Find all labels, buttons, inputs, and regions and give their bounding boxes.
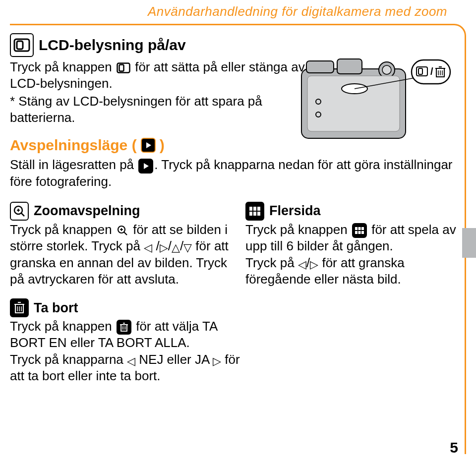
svg-rect-41 <box>355 231 357 234</box>
lcd-heading: LCD-belysning på/av <box>10 33 466 57</box>
lcd-icon <box>10 33 34 57</box>
svg-rect-43 <box>361 231 364 234</box>
lcd-heading-text: LCD-belysning på/av <box>39 37 186 54</box>
multi-pa: Tryck på knappen <box>245 222 351 237</box>
lcd-inline-icon <box>117 62 130 73</box>
delete-paragraph: Tryck på knappen för att välja TA BORT E… <box>10 318 248 351</box>
playback-heading-a: Avspelningsläge ( <box>10 136 137 155</box>
lcd-note: * Stäng av LCD-belysningen för att spara… <box>10 93 307 126</box>
svg-rect-40 <box>361 227 364 230</box>
zoom-heading-text: Zoomavspelning <box>34 203 140 219</box>
svg-rect-39 <box>358 227 360 230</box>
svg-rect-1 <box>306 61 334 73</box>
delete-paragraph-2: Tryck på knapparna ◁ NEJ eller JA ▷ för … <box>10 351 248 385</box>
zoom-paragraph: Tryck på knappen för att se bilden i stö… <box>10 222 231 288</box>
arrow-left-icon: ◁ <box>127 356 135 367</box>
svg-line-29 <box>124 232 127 235</box>
svg-rect-42 <box>358 231 360 234</box>
arrow-up-icon: △ <box>172 242 180 253</box>
trash-inline-icon <box>117 320 131 335</box>
playback-paragraph: Ställ in lägesratten på . Tryck på knapp… <box>10 157 466 190</box>
page-content: / LCD-belysning på/av Tryck på knappen f… <box>10 25 466 384</box>
arrow-right-icon: ▷ <box>160 242 168 253</box>
document-title: Användarhandledning för digitalkamera me… <box>129 4 466 19</box>
svg-rect-35 <box>249 212 252 216</box>
two-column-row: Zoomavspelning Tryck på knappen för att … <box>10 197 466 288</box>
delete-p2b: NEJ eller JA <box>135 352 213 367</box>
delete-p2a: Tryck på knapparna <box>10 352 127 367</box>
svg-rect-38 <box>355 227 357 230</box>
svg-text:/: / <box>430 66 433 77</box>
grid-inline-icon <box>352 223 367 238</box>
multi-p2a: Tryck på <box>245 255 298 270</box>
zoom-column: Zoomavspelning Tryck på knappen för att … <box>10 197 231 288</box>
svg-rect-32 <box>249 207 252 211</box>
arrow-right-icon: ▷ <box>213 356 221 367</box>
lcd-p1a: Tryck på knappen <box>10 59 116 74</box>
svg-rect-34 <box>257 207 260 211</box>
zoom-heading: Zoomavspelning <box>10 202 231 221</box>
zoom-pa: Tryck på knappen <box>10 222 116 237</box>
svg-line-25 <box>21 213 24 216</box>
delete-heading: Ta bort <box>10 298 466 317</box>
svg-rect-23 <box>119 65 123 71</box>
multi-heading-text: Flersida <box>269 203 321 219</box>
play-inline-icon <box>138 159 153 174</box>
playback-heading-b: ) <box>160 136 165 155</box>
page-number: 5 <box>450 439 458 456</box>
play-mode-icon <box>141 138 156 153</box>
svg-rect-33 <box>253 207 256 211</box>
multi-heading: Flersida <box>245 202 466 221</box>
trash-icon <box>10 298 29 317</box>
multi-paragraph-2: Tryck på ◁/▷ för att granska föregående … <box>245 255 466 288</box>
svg-rect-36 <box>253 212 256 216</box>
svg-point-4 <box>382 65 391 74</box>
arrow-left-icon: ◁ <box>298 259 306 270</box>
magnify-inline-icon <box>117 225 128 236</box>
svg-rect-21 <box>17 41 23 49</box>
delete-pa: Tryck på knappen <box>10 319 116 334</box>
multi-paragraph: Tryck på knappen för att spela av upp ti… <box>245 222 466 255</box>
svg-rect-2 <box>337 59 362 74</box>
lcd-paragraph: Tryck på knappen för att sätta på eller … <box>10 59 307 92</box>
multi-column: Flersida Tryck på knappen för att spela … <box>245 197 466 288</box>
svg-rect-37 <box>257 212 260 216</box>
arrow-left-icon: ◁ <box>144 242 152 253</box>
playback-p1a: Ställ in lägesratten på <box>10 157 137 172</box>
magnify-icon <box>10 202 29 221</box>
delete-heading-text: Ta bort <box>34 300 78 316</box>
arrow-right-icon: ▷ <box>310 259 318 270</box>
camera-illustration: / <box>298 55 451 154</box>
arrow-down-icon: ▽ <box>183 242 192 253</box>
grid-icon <box>245 202 264 221</box>
